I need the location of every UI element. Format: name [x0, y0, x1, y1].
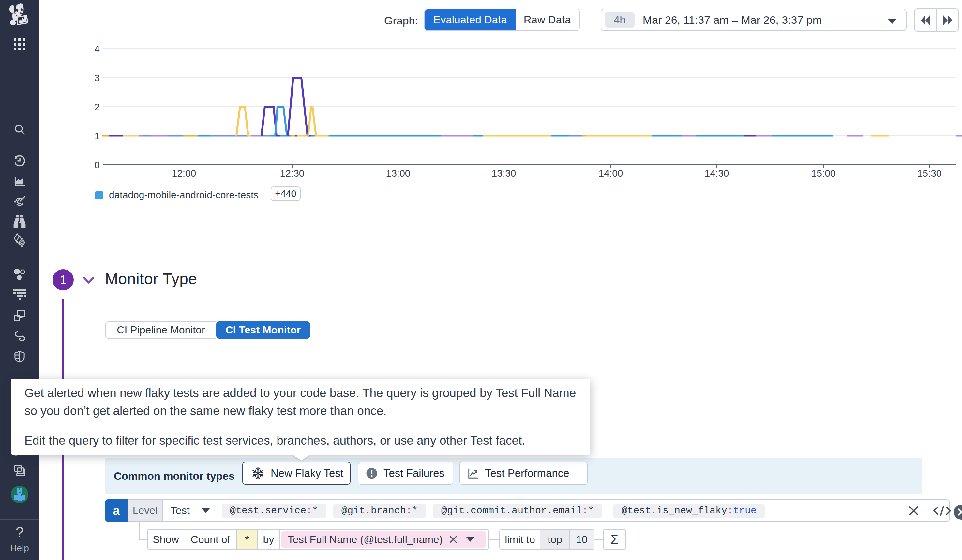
svg-text:13:00: 13:00 [386, 168, 410, 179]
svg-text:2: 2 [94, 101, 100, 112]
svg-text:15:30: 15:30 [917, 168, 941, 179]
svg-text:15:00: 15:00 [811, 168, 836, 179]
svg-text:13:30: 13:30 [491, 168, 516, 179]
svg-text:0: 0 [94, 159, 100, 170]
svg-text:4: 4 [94, 43, 100, 54]
svg-text:12:30: 12:30 [280, 168, 304, 179]
svg-text:14:00: 14:00 [599, 168, 623, 179]
svg-text:14:30: 14:30 [704, 168, 729, 179]
svg-text:3: 3 [94, 72, 100, 83]
svg-text:1: 1 [94, 130, 100, 141]
svg-text:12:00: 12:00 [171, 168, 196, 179]
